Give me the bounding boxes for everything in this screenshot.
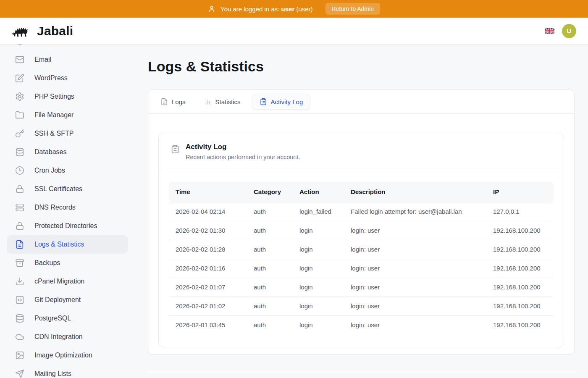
sidebar-item-label: SSH & SFTP	[34, 130, 74, 137]
sidebar-item-ssl-certificates[interactable]: SSL Certificates	[7, 180, 128, 198]
table-row: 2026-02-02 01:28authloginlogin: user192.…	[169, 240, 554, 259]
gear-icon	[15, 92, 24, 101]
table-cell: login: user	[344, 221, 486, 240]
sidebar-item-label: PHP Settings	[34, 93, 74, 100]
sidebar-item-mailing-lists[interactable]: Mailing Lists	[7, 365, 128, 378]
table-cell: auth	[247, 202, 293, 221]
sidebar-item-cdn-integration[interactable]: CDN Integration	[7, 328, 128, 346]
sidebar-item-file-manager[interactable]: File Manager	[7, 106, 128, 124]
send-icon	[15, 369, 24, 378]
sidebar-item-cron-jobs[interactable]: Cron Jobs	[7, 161, 128, 180]
tab-logs[interactable]: Logs	[153, 94, 193, 109]
user-icon	[208, 5, 215, 13]
clock-icon	[15, 166, 24, 175]
table-row: 2026-02-02 01:16authloginlogin: user192.…	[169, 259, 554, 278]
table-cell: 192.168.100.200	[486, 315, 554, 334]
mail-icon	[15, 55, 24, 64]
logged-in-text: You are logged in as: user (user)	[220, 5, 313, 13]
tab-activity-log[interactable]: Activity Log	[252, 94, 311, 110]
archive-icon	[15, 258, 24, 268]
table-row: 2026-02-02 01:02authloginlogin: user192.…	[169, 297, 554, 315]
brand[interactable]: Jabali	[12, 23, 73, 39]
tab-bar: LogsStatisticsActivity Log	[148, 90, 574, 114]
sidebar-item-label: CDN Integration	[34, 333, 83, 341]
table-cell: login_failed	[293, 202, 344, 221]
sidebar-item-label: Backups	[34, 259, 60, 267]
table-cell: auth	[247, 278, 293, 297]
table-cell: 192.168.100.200	[486, 221, 554, 240]
table-cell: login: user	[344, 278, 486, 297]
column-header-ip: IP	[486, 182, 554, 202]
main-content: Logs & Statistics LogsStatisticsActivity…	[134, 45, 588, 378]
sidebar-item-label: cPanel Migration	[34, 278, 84, 285]
column-header-action: Action	[293, 182, 344, 202]
impersonation-bar: You are logged in as: user (user) Return…	[0, 0, 588, 18]
table-row: 2026-02-01 03:45authloginlogin: user192.…	[169, 315, 554, 334]
sidebar-item-label: Cron Jobs	[34, 167, 65, 174]
table-cell: 192.168.100.200	[486, 278, 554, 297]
sidebar-item-wordpress[interactable]: WordPress	[7, 69, 128, 87]
sidebar-item-label: Mailing Lists	[34, 370, 71, 378]
sidebar-item-cpanel-migration[interactable]: cPanel Migration	[7, 272, 128, 291]
app-header: Jabali U	[0, 18, 588, 45]
sidebar-item-logs-statistics[interactable]: Logs & Statistics	[7, 235, 128, 254]
sidebar-item-label: PostgreSQL	[34, 315, 71, 322]
database-icon	[15, 147, 24, 157]
sidebar-item-label: Image Optimization	[34, 352, 92, 359]
tab-label: Statistics	[215, 98, 241, 105]
table-cell: 127.0.0.1	[486, 202, 554, 221]
table-cell: 2026-02-04 02:14	[169, 202, 247, 221]
table-cell: Failed login attempt for: user@jabali.la…	[344, 202, 486, 221]
table-cell: login	[293, 221, 344, 240]
lock-icon	[15, 184, 24, 194]
sidebar-item-postgresql[interactable]: PostgreSQL	[7, 309, 128, 328]
boar-logo-icon	[12, 23, 33, 39]
table-cell: login: user	[344, 297, 486, 315]
column-header-description: Description	[344, 182, 486, 202]
language-flag-icon[interactable]	[545, 28, 554, 34]
sidebar-item-php-settings[interactable]: PHP Settings	[7, 87, 128, 106]
tab-label: Activity Log	[271, 98, 303, 105]
logs-card: LogsStatisticsActivity Log Activity Lo	[148, 89, 575, 354]
table-cell: login	[293, 259, 344, 278]
sidebar-item-image-optimization[interactable]: Image Optimization	[7, 346, 128, 365]
sidebar-item-dns-records[interactable]: DNS Records	[7, 198, 128, 217]
activity-log-table: TimeCategoryActionDescriptionIP 2026-02-…	[169, 182, 554, 334]
table-header: TimeCategoryActionDescriptionIP	[169, 182, 554, 202]
sidebar-nav: EmailWordPressPHP SettingsFile ManagerSS…	[0, 45, 134, 378]
table-cell: 2026-02-02 01:28	[169, 240, 247, 259]
table-row: 2026-02-04 02:14authlogin_failedFailed l…	[169, 202, 554, 221]
key-icon	[15, 129, 24, 138]
bar-chart-icon	[204, 98, 212, 105]
download-icon	[15, 277, 24, 286]
sidebar-item-protected-directories[interactable]: Protected Directories	[7, 217, 128, 235]
table-cell: login: user	[344, 315, 486, 334]
table-cell: login: user	[344, 259, 486, 278]
table-cell: auth	[247, 259, 293, 278]
table-cell: 2026-02-01 03:45	[169, 315, 247, 334]
table-cell: auth	[247, 221, 293, 240]
tab-statistics[interactable]: Statistics	[197, 94, 248, 109]
sidebar-item-backups[interactable]: Backups	[7, 254, 128, 272]
sidebar-item-label: File Manager	[34, 111, 74, 119]
table-cell: auth	[247, 240, 293, 259]
image-icon	[15, 351, 24, 360]
user-avatar[interactable]: U	[562, 24, 576, 38]
clipboard-list-icon	[260, 98, 267, 105]
sidebar-item-email[interactable]: Email	[7, 50, 128, 69]
table-body: 2026-02-04 02:14authlogin_failedFailed l…	[169, 202, 554, 334]
server-icon	[15, 203, 24, 212]
clipboard-icon	[171, 144, 180, 154]
sidebar-item-ssh-sftp[interactable]: SSH & SFTP	[7, 124, 128, 143]
table-cell: login	[293, 297, 344, 315]
cloud-icon	[15, 332, 24, 341]
sidebar-item-git-deployment[interactable]: Git Deployment	[7, 291, 128, 309]
return-to-admin-button[interactable]: Return to Admin	[326, 3, 380, 15]
logged-in-role: (user)	[296, 5, 312, 13]
sidebar-item-databases[interactable]: Databases	[7, 143, 128, 161]
column-header-category: Category	[247, 182, 293, 202]
table-cell: 192.168.100.200	[486, 259, 554, 278]
table-cell: 192.168.100.200	[486, 240, 554, 259]
sidebar-item-label: Databases	[34, 148, 67, 156]
sidebar-item-hidden[interactable]	[7, 45, 128, 49]
